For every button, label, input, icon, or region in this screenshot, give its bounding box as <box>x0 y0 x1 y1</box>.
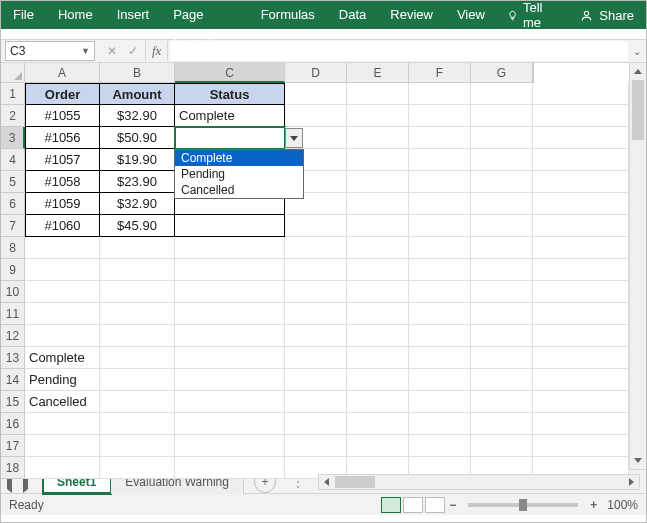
cell-G17[interactable] <box>471 435 533 457</box>
cell-C16[interactable] <box>175 413 285 435</box>
row-header-13[interactable]: 13 <box>1 347 25 369</box>
cell-B16[interactable] <box>100 413 175 435</box>
row-header-7[interactable]: 7 <box>1 215 25 237</box>
cells-area[interactable]: OrderAmountStatus#1055$32.90Complete#105… <box>25 83 629 479</box>
ribbon-tab-pagelayout[interactable]: Page Layout <box>161 1 248 29</box>
cell-G7[interactable] <box>471 215 533 237</box>
dropdown-option-pending[interactable]: Pending <box>175 166 303 182</box>
cell-D14[interactable] <box>285 369 347 391</box>
cell-E12[interactable] <box>347 325 409 347</box>
cell-D11[interactable] <box>285 303 347 325</box>
cell-A12[interactable] <box>25 325 100 347</box>
chevron-down-icon[interactable]: ▼ <box>81 46 90 56</box>
zoom-out-button[interactable]: − <box>445 498 460 512</box>
column-header-F[interactable]: F <box>409 63 471 83</box>
cell-B7[interactable]: $45.90 <box>100 215 175 237</box>
cell-A4[interactable]: #1057 <box>25 149 100 171</box>
cell-B8[interactable] <box>100 237 175 259</box>
cell-A5[interactable]: #1058 <box>25 171 100 193</box>
cell-F12[interactable] <box>409 325 471 347</box>
horizontal-scroll-thumb[interactable] <box>335 476 375 488</box>
cell-C18[interactable] <box>175 457 285 479</box>
cell-C17[interactable] <box>175 435 285 457</box>
vertical-scrollbar[interactable] <box>629 63 646 469</box>
cell-B10[interactable] <box>100 281 175 303</box>
name-box[interactable]: C3 ▼ <box>5 41 95 61</box>
zoom-slider[interactable] <box>468 503 578 507</box>
cell-X11[interactable] <box>533 303 629 325</box>
cell-F5[interactable] <box>409 171 471 193</box>
cell-C3[interactable] <box>175 127 285 149</box>
cell-D1[interactable] <box>285 83 347 105</box>
cell-C7[interactable] <box>175 215 285 237</box>
view-page-break-button[interactable] <box>425 497 445 513</box>
cell-X7[interactable] <box>533 215 629 237</box>
dropdown-option-complete[interactable]: Complete <box>175 150 303 166</box>
cell-E8[interactable] <box>347 237 409 259</box>
cell-X8[interactable] <box>533 237 629 259</box>
dropdown-option-cancelled[interactable]: Cancelled <box>175 182 303 198</box>
row-header-2[interactable]: 2 <box>1 105 25 127</box>
cell-B6[interactable]: $32.90 <box>100 193 175 215</box>
cell-A7[interactable]: #1060 <box>25 215 100 237</box>
row-header-14[interactable]: 14 <box>1 369 25 391</box>
select-all-button[interactable] <box>1 63 25 83</box>
cell-B4[interactable]: $19.90 <box>100 149 175 171</box>
column-header-D[interactable]: D <box>285 63 347 83</box>
cell-X14[interactable] <box>533 369 629 391</box>
data-validation-dropdown-button[interactable] <box>285 128 303 148</box>
cell-A9[interactable] <box>25 259 100 281</box>
cell-B12[interactable] <box>100 325 175 347</box>
ribbon-tab-file[interactable]: File <box>1 1 46 29</box>
cell-X4[interactable] <box>533 149 629 171</box>
row-header-5[interactable]: 5 <box>1 171 25 193</box>
scroll-right-button[interactable] <box>623 475 639 489</box>
cell-D7[interactable] <box>285 215 347 237</box>
cell-C12[interactable] <box>175 325 285 347</box>
cell-F13[interactable] <box>409 347 471 369</box>
cell-G2[interactable] <box>471 105 533 127</box>
cell-D12[interactable] <box>285 325 347 347</box>
cell-E13[interactable] <box>347 347 409 369</box>
cell-F15[interactable] <box>409 391 471 413</box>
cell-G13[interactable] <box>471 347 533 369</box>
cell-B18[interactable] <box>100 457 175 479</box>
cell-X3[interactable] <box>533 127 629 149</box>
cell-E16[interactable] <box>347 413 409 435</box>
cell-G14[interactable] <box>471 369 533 391</box>
cell-F4[interactable] <box>409 149 471 171</box>
cell-F11[interactable] <box>409 303 471 325</box>
scroll-up-button[interactable] <box>630 63 646 80</box>
cell-B1[interactable]: Amount <box>100 83 175 105</box>
cell-C11[interactable] <box>175 303 285 325</box>
row-header-4[interactable]: 4 <box>1 149 25 171</box>
row-header-18[interactable]: 18 <box>1 457 25 479</box>
ribbon-tab-data[interactable]: Data <box>327 1 378 29</box>
column-header-A[interactable]: A <box>25 63 100 83</box>
cell-D15[interactable] <box>285 391 347 413</box>
cell-E14[interactable] <box>347 369 409 391</box>
fx-icon[interactable]: fx <box>145 41 168 61</box>
cell-F17[interactable] <box>409 435 471 457</box>
cell-X9[interactable] <box>533 259 629 281</box>
cell-C9[interactable] <box>175 259 285 281</box>
formula-input[interactable] <box>170 41 628 61</box>
cell-E6[interactable] <box>347 193 409 215</box>
row-header-1[interactable]: 1 <box>1 83 25 105</box>
cell-X13[interactable] <box>533 347 629 369</box>
cell-A13[interactable]: Complete <box>25 347 100 369</box>
cell-G10[interactable] <box>471 281 533 303</box>
row-header-17[interactable]: 17 <box>1 435 25 457</box>
cell-X12[interactable] <box>533 325 629 347</box>
cell-F2[interactable] <box>409 105 471 127</box>
cell-E4[interactable] <box>347 149 409 171</box>
cell-A3[interactable]: #1056 <box>25 127 100 149</box>
cell-B17[interactable] <box>100 435 175 457</box>
view-normal-button[interactable] <box>381 497 401 513</box>
cell-F3[interactable] <box>409 127 471 149</box>
cell-E11[interactable] <box>347 303 409 325</box>
cell-D17[interactable] <box>285 435 347 457</box>
row-header-15[interactable]: 15 <box>1 391 25 413</box>
cell-G8[interactable] <box>471 237 533 259</box>
cell-C15[interactable] <box>175 391 285 413</box>
